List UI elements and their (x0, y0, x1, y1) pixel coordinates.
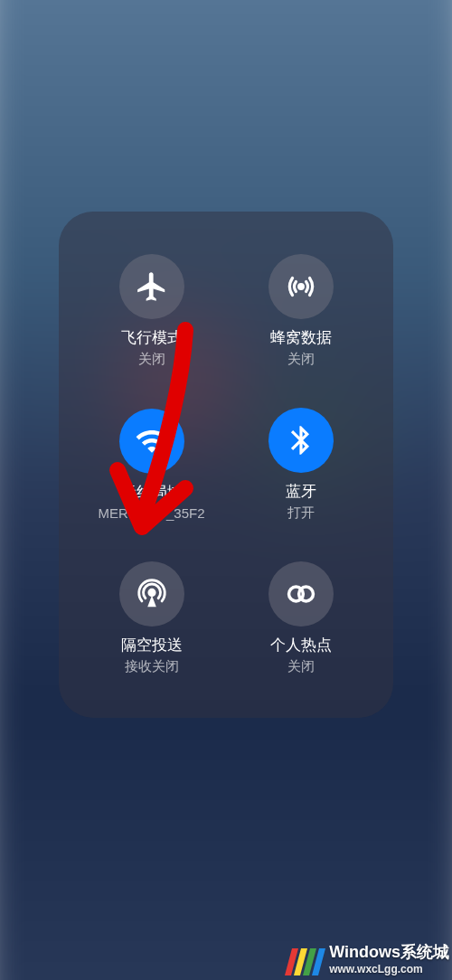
wifi-icon-circle (119, 409, 184, 474)
wifi-title: 无线局域 (121, 483, 183, 503)
wifi-status: MERCURY_35F2 (98, 505, 204, 521)
airplane-title: 飞行模式 (121, 328, 183, 348)
airdrop-toggle[interactable]: 隔空投送 接收关闭 (81, 546, 221, 691)
hotspot-chain-icon (284, 577, 318, 611)
cellular-icon-circle (268, 254, 334, 319)
cellular-status: 关闭 (287, 351, 315, 368)
watermark-bars (288, 948, 322, 975)
cellular-title: 蜂窝数据 (270, 328, 332, 348)
control-center-panel: 飞行模式 关闭 蜂窝数据 关闭 (59, 212, 393, 718)
svg-point-0 (298, 285, 303, 289)
wifi-icon (135, 424, 169, 458)
hotspot-title: 个人热点 (270, 636, 332, 655)
hotspot-icon-circle (268, 561, 334, 627)
airdrop-status: 接收关闭 (125, 658, 179, 675)
bluetooth-icon (284, 423, 318, 457)
airplane-icon-circle (119, 254, 184, 319)
airplane-mode-toggle[interactable]: 飞行模式 关闭 (81, 239, 221, 383)
cellular-data-toggle[interactable]: 蜂窝数据 关闭 (231, 239, 371, 383)
airdrop-icon (135, 577, 169, 611)
watermark-title: Windows系统城 (329, 943, 449, 963)
airdrop-icon-circle (119, 561, 184, 627)
airdrop-title: 隔空投送 (121, 636, 183, 655)
bluetooth-status: 打开 (287, 504, 315, 522)
svg-point-1 (148, 589, 154, 595)
hotspot-toggle[interactable]: 个人热点 关闭 (231, 546, 371, 691)
svg-point-3 (298, 587, 313, 601)
watermark-text: Windows系统城 www.wxcLgg.com (329, 943, 449, 975)
airplane-status: 关闭 (138, 351, 165, 368)
control-grid: 飞行模式 关闭 蜂窝数据 关闭 (81, 239, 371, 691)
wifi-toggle[interactable]: 无线局域 MERCURY_35F2 (81, 392, 221, 537)
hotspot-status: 关闭 (287, 658, 315, 675)
cellular-antenna-icon (284, 269, 318, 304)
bluetooth-toggle[interactable]: 蓝牙 打开 (231, 392, 371, 537)
bluetooth-icon-circle (268, 408, 334, 473)
watermark: Windows系统城 www.wxcLgg.com (286, 938, 452, 980)
watermark-url: www.wxcLgg.com (329, 963, 449, 975)
bluetooth-title: 蓝牙 (286, 482, 316, 502)
airplane-icon (135, 269, 169, 304)
